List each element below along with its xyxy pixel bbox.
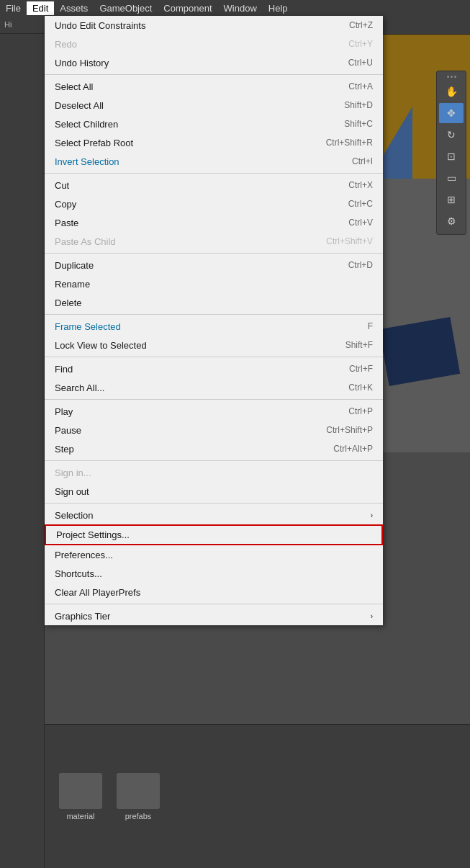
scale-tool-button[interactable]: ⊡ bbox=[439, 146, 464, 166]
menu-undo-history-shortcut: Ctrl+U bbox=[348, 58, 373, 68]
menu-cut-shortcut: Ctrl+X bbox=[348, 180, 373, 190]
menu-undo-history-label: Undo History bbox=[55, 58, 109, 68]
toolbar-icons: ✋ ✥ ↻ ⊡ ▭ ⊞ ⚙ bbox=[436, 71, 466, 235]
sep-1 bbox=[45, 74, 383, 75]
hand-tool-button[interactable]: ✋ bbox=[439, 81, 464, 102]
menu-lock-view-shortcut: Shift+F bbox=[345, 340, 373, 350]
menu-delete[interactable]: Delete bbox=[45, 293, 383, 312]
menu-project-settings[interactable]: Project Settings... bbox=[45, 524, 383, 545]
material-folder-label: material bbox=[66, 812, 94, 820]
menu-copy[interactable]: Copy Ctrl+C bbox=[45, 194, 383, 213]
rect-tool-button[interactable]: ▭ bbox=[439, 168, 464, 188]
menu-preferences-label: Preferences... bbox=[55, 550, 113, 560]
menu-lock-view-label: Lock View to Selected bbox=[55, 340, 147, 351]
menu-clear-playerprefs-label: Clear All PlayerPrefs bbox=[55, 587, 140, 598]
sidebar-hierarchy: Hi bbox=[0, 16, 44, 34]
menu-deselect-all[interactable]: Deselect All Shift+D bbox=[45, 96, 383, 115]
sep-3 bbox=[45, 253, 383, 254]
menu-preferences[interactable]: Preferences... bbox=[45, 545, 383, 564]
menu-step[interactable]: Step Ctrl+Alt+P bbox=[45, 439, 383, 458]
menu-duplicate-shortcut: Ctrl+D bbox=[348, 260, 373, 270]
custom-tool-button[interactable]: ⚙ bbox=[439, 211, 464, 231]
menu-redo-shortcut: Ctrl+Y bbox=[348, 39, 373, 49]
menubar-file[interactable]: File bbox=[0, 1, 27, 15]
menu-select-prefab-root-label: Select Prefab Root bbox=[55, 138, 133, 148]
sep-6 bbox=[45, 399, 383, 400]
menu-select-all-shortcut: Ctrl+A bbox=[348, 81, 373, 91]
menubar-window[interactable]: Window bbox=[218, 1, 263, 15]
menubar-edit[interactable]: Edit bbox=[27, 1, 54, 15]
menu-frame-selected[interactable]: Frame Selected F bbox=[45, 317, 383, 336]
move-tool-button[interactable]: ✥ bbox=[439, 103, 464, 123]
menu-play[interactable]: Play Ctrl+P bbox=[45, 402, 383, 421]
menu-pause[interactable]: Pause Ctrl+Shift+P bbox=[45, 421, 383, 439]
menu-play-shortcut: Ctrl+P bbox=[348, 406, 373, 416]
menu-invert-selection-label: Invert Selection bbox=[55, 156, 119, 167]
menubar-assets[interactable]: Assets bbox=[54, 1, 94, 15]
menu-select-children[interactable]: Select Children Shift+C bbox=[45, 115, 383, 133]
menu-invert-selection[interactable]: Invert Selection Ctrl+I bbox=[45, 152, 383, 171]
menu-select-prefab-root-shortcut: Ctrl+Shift+R bbox=[326, 138, 373, 148]
menu-sign-out-label: Sign out bbox=[55, 486, 89, 497]
menubar-help[interactable]: Help bbox=[263, 1, 294, 15]
menu-undo[interactable]: Undo Edit Constraints Ctrl+Z bbox=[45, 16, 383, 35]
sep-8 bbox=[45, 503, 383, 504]
menu-find-shortcut: Ctrl+F bbox=[349, 364, 373, 374]
menu-frame-selected-shortcut: F bbox=[368, 321, 373, 331]
menu-redo[interactable]: Redo Ctrl+Y bbox=[45, 35, 383, 53]
menu-paste-as-child-shortcut: Ctrl+Shift+V bbox=[326, 236, 373, 246]
menu-search-all-label: Search All... bbox=[55, 382, 104, 393]
menu-sign-out[interactable]: Sign out bbox=[45, 482, 383, 501]
menu-graphics-tier-label: Graphics Tier bbox=[55, 611, 110, 622]
menu-copy-shortcut: Ctrl+C bbox=[348, 199, 373, 209]
prefabs-folder[interactable]: prefabs bbox=[117, 773, 160, 820]
menu-undo-label: Undo Edit Constraints bbox=[55, 20, 145, 31]
menu-lock-view[interactable]: Lock View to Selected Shift+F bbox=[45, 336, 383, 354]
transform-tool-button[interactable]: ⊞ bbox=[439, 189, 464, 210]
menu-clear-playerprefs[interactable]: Clear All PlayerPrefs bbox=[45, 583, 383, 601]
menu-cut-label: Cut bbox=[55, 180, 69, 191]
menu-paste[interactable]: Paste Ctrl+V bbox=[45, 213, 383, 232]
menu-selection-label: Selection bbox=[55, 510, 93, 521]
menu-graphics-tier[interactable]: Graphics Tier › bbox=[45, 607, 383, 625]
edit-dropdown-menu: Undo Edit Constraints Ctrl+Z Redo Ctrl+Y… bbox=[45, 16, 383, 625]
rotate-tool-button[interactable]: ↻ bbox=[439, 125, 464, 145]
menu-duplicate[interactable]: Duplicate Ctrl+D bbox=[45, 256, 383, 274]
menu-select-children-label: Select Children bbox=[55, 119, 118, 130]
menu-pause-label: Pause bbox=[55, 425, 81, 436]
menu-paste-label: Paste bbox=[55, 218, 78, 228]
menu-search-all[interactable]: Search All... Ctrl+K bbox=[45, 378, 383, 397]
left-sidebar: Hi bbox=[0, 16, 45, 868]
sep-7 bbox=[45, 460, 383, 461]
prefabs-folder-icon bbox=[117, 773, 160, 809]
menu-selection-arrow: › bbox=[371, 511, 373, 519]
sidebar-hi-label: Hi bbox=[3, 19, 41, 30]
menu-duplicate-label: Duplicate bbox=[55, 260, 94, 271]
sep-4 bbox=[45, 314, 383, 315]
menubar: File Edit Assets GameObject Component Wi… bbox=[0, 0, 470, 16]
menu-paste-as-child[interactable]: Paste As Child Ctrl+Shift+V bbox=[45, 232, 383, 251]
menu-step-label: Step bbox=[55, 444, 74, 455]
menu-play-label: Play bbox=[55, 406, 73, 417]
menu-select-all[interactable]: Select All Ctrl+A bbox=[45, 77, 383, 96]
material-folder[interactable]: material bbox=[59, 773, 102, 820]
menu-delete-label: Delete bbox=[55, 297, 82, 308]
menu-redo-label: Redo bbox=[55, 39, 77, 50]
menubar-gameobject[interactable]: GameObject bbox=[94, 1, 158, 15]
menu-undo-history[interactable]: Undo History Ctrl+U bbox=[45, 53, 383, 72]
menu-search-all-shortcut: Ctrl+K bbox=[348, 382, 373, 393]
menu-find-label: Find bbox=[55, 364, 73, 375]
project-panel: material prefabs bbox=[45, 724, 470, 868]
menu-rename[interactable]: Rename bbox=[45, 274, 383, 293]
menu-cut[interactable]: Cut Ctrl+X bbox=[45, 176, 383, 194]
menu-sign-in[interactable]: Sign in... bbox=[45, 463, 383, 482]
menu-frame-selected-label: Frame Selected bbox=[55, 321, 121, 332]
menubar-component[interactable]: Component bbox=[158, 1, 217, 15]
menu-select-prefab-root[interactable]: Select Prefab Root Ctrl+Shift+R bbox=[45, 133, 383, 152]
menu-find[interactable]: Find Ctrl+F bbox=[45, 359, 383, 378]
menu-shortcuts[interactable]: Shortcuts... bbox=[45, 564, 383, 583]
menu-select-all-label: Select All bbox=[55, 81, 93, 92]
menu-selection[interactable]: Selection › bbox=[45, 506, 383, 524]
menu-step-shortcut: Ctrl+Alt+P bbox=[333, 444, 373, 454]
menu-paste-as-child-label: Paste As Child bbox=[55, 236, 116, 247]
